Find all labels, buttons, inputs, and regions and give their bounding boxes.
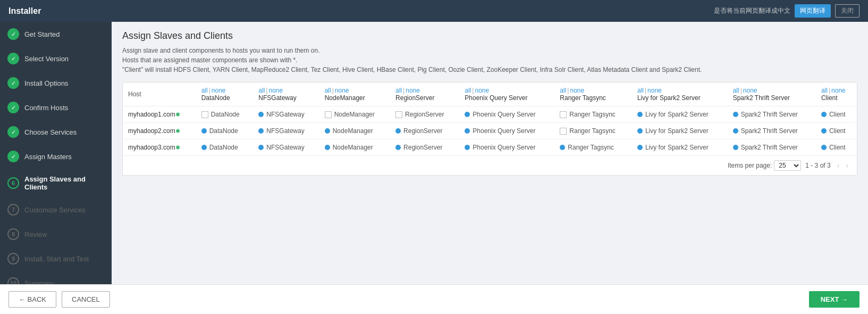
sidebar-label-select-version: Select Version [24,55,69,63]
service-cell-ranger_tagsync-0[interactable]: Ranger Tagsync [554,106,632,123]
none-link-nfs[interactable]: none [268,87,283,94]
service-cell-nodemanager-2[interactable]: NodeManager [319,139,390,156]
sidebar-label-summary: Summary [24,279,54,285]
none-link-livy[interactable]: none [647,87,662,94]
service-cell-nfsgateway-0[interactable]: NFSGateway [253,106,319,123]
all-link-ranger[interactable]: all [560,87,566,94]
service-cell-phoenix_query-2[interactable]: Phoenix Query Server [459,139,554,156]
all-none-livy: all|none [637,87,662,94]
all-link-phoenix[interactable]: all [465,87,471,94]
content-inner: Assign Slaves and Clients Assign slave a… [112,22,868,284]
sidebar-item-install-options[interactable]: ✓Install Options [0,71,112,95]
prev-page-button[interactable]: ‹ [835,161,842,170]
service-cell-ranger_tagsync-2[interactable]: Ranger Tagsync [554,139,632,156]
desc-line3: "Client" will install HDFS Client, YARN … [122,65,857,75]
all-link-nfs[interactable]: all [258,87,265,94]
service-cell-nodemanager-1[interactable]: NodeManager [319,123,390,139]
all-link-livy[interactable]: all [637,87,644,94]
sidebar-label-choose-services: Choose Services [24,128,77,136]
service-label: RegionServer [405,111,444,118]
service-label: DataNode [209,144,238,151]
service-label: Spark2 Thrift Server [741,111,798,118]
service-cell-ranger_tagsync-1[interactable]: Ranger Tagsync [554,123,632,139]
service-cell-livy-0[interactable]: Livy for Spark2 Server [632,106,728,123]
none-link-client[interactable]: none [831,87,846,94]
none-link-spark2thrift[interactable]: none [743,87,757,94]
col-spark2thrift: all|noneSpark2 Thrift Server [728,82,816,106]
service-cell-datanode-0[interactable]: DataNode [196,106,254,123]
service-cell-regionserver-2[interactable]: RegionServer [390,139,459,156]
all-link-rs[interactable]: all [395,87,402,94]
back-button[interactable]: ← BACK [9,291,56,308]
next-page-button[interactable]: › [844,161,850,170]
sidebar-item-review: 8Review [0,222,112,246]
service-cell-spark2_thrift-2[interactable]: Spark2 Thrift Server [728,139,816,156]
service-cell-spark2_thrift-0[interactable]: Spark2 Thrift Server [728,106,816,123]
service-cell-client-1[interactable]: Client [816,123,857,139]
none-link-phoenix[interactable]: none [475,87,489,94]
sidebar-item-install-start-test: 9Install, Start and Test [0,246,112,271]
sidebar-item-get-started[interactable]: ✓Get Started [0,22,112,46]
service-cell-nfsgateway-1[interactable]: NFSGateway [253,123,319,139]
close-button[interactable]: 关闭 [835,4,859,18]
unchecked-box [395,111,402,118]
footer: ← BACK CANCEL NEXT → [0,284,868,314]
col-datanode: all|noneDataNode [196,82,254,106]
service-cell-phoenix_query-1[interactable]: Phoenix Query Server [459,123,554,139]
items-per-page-label: Items per page: [728,162,772,169]
sidebar-item-choose-services[interactable]: ✓Choose Services [0,120,112,144]
checked-dot [325,145,330,150]
service-cell-datanode-1[interactable]: DataNode [196,123,254,139]
service-cell-regionserver-0[interactable]: RegionServer [390,106,459,123]
translate-button[interactable]: 网页翻译 [795,4,831,18]
checked-dot [465,128,470,134]
service-label: Ranger Tagsync [568,144,614,151]
checked-dot [395,128,401,134]
col-client: all|noneClient [816,82,857,106]
col-livy: all|noneLivy for Spark2 Server [632,82,728,106]
checked-dot [201,145,207,150]
sidebar-item-customize-services: 7Customize Services [0,197,112,222]
service-cell-regionserver-1[interactable]: RegionServer [390,123,459,139]
all-link-nm[interactable]: all [325,87,331,94]
sidebar: ✓Get Started✓Select Version✓Install Opti… [0,22,112,284]
service-label: Client [829,111,846,118]
none-link-nm[interactable]: none [335,87,349,94]
host-cell-1: myhadoop2.com✱ [123,123,196,139]
header-row: Host all|noneDataNode all|noneNFSGateway… [123,82,857,106]
all-link-client[interactable]: all [821,87,828,94]
unchecked-box [201,111,208,118]
col-host: Host [123,82,196,106]
service-cell-datanode-2[interactable]: DataNode [196,139,254,156]
sidebar-item-confirm-hosts[interactable]: ✓Confirm Hosts [0,95,112,120]
items-per-page: Items per page: 25 50 100 [728,160,801,171]
step-icon-get-started: ✓ [7,28,19,40]
all-link-datanode[interactable]: all [201,87,208,94]
service-cell-phoenix_query-0[interactable]: Phoenix Query Server [459,106,554,123]
service-label: Spark2 Thrift Server [741,127,798,135]
service-label: Client [829,144,846,151]
service-cell-livy-2[interactable]: Livy for Spark2 Server [632,139,728,156]
sidebar-item-assign-masters[interactable]: ✓Assign Masters [0,144,112,169]
service-cell-client-0[interactable]: Client [816,106,857,123]
none-link-rs[interactable]: none [406,87,420,94]
step-icon-select-version: ✓ [7,53,19,64]
service-cell-nfsgateway-2[interactable]: NFSGateway [253,139,319,156]
service-cell-client-2[interactable]: Client [816,139,857,156]
service-cell-livy-1[interactable]: Livy for Spark2 Server [632,123,728,139]
service-cell-nodemanager-0[interactable]: NodeManager [319,106,390,123]
checked-dot [201,128,207,134]
none-link-datanode[interactable]: none [212,87,226,94]
sidebar-label-review: Review [24,230,47,238]
next-button[interactable]: NEXT → [809,291,859,308]
sidebar-item-select-version[interactable]: ✓Select Version [0,46,112,71]
step-icon-customize-services: 7 [7,204,19,216]
all-link-spark2thrift[interactable]: all [733,87,739,94]
per-page-select[interactable]: 25 50 100 [774,160,801,171]
checked-dot [637,112,643,117]
none-link-ranger[interactable]: none [570,87,584,94]
sidebar-item-assign-slaves[interactable]: 6Assign Slaves and Clients [0,169,112,197]
cancel-button[interactable]: CANCEL [62,291,110,308]
step-icon-summary: 10 [7,277,19,284]
service-cell-spark2_thrift-1[interactable]: Spark2 Thrift Server [728,123,816,139]
